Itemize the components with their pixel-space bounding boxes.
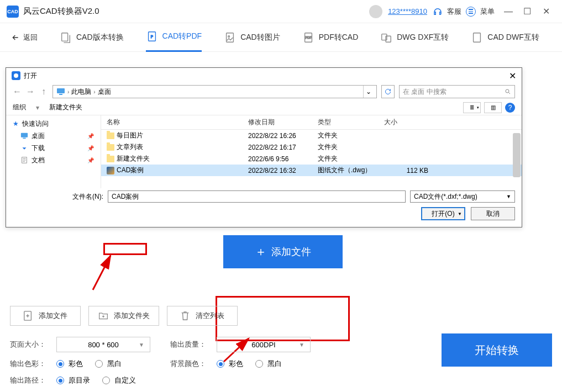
breadcrumb[interactable]: › 此电脑 › 桌面 ⌄	[52, 85, 377, 98]
file-header: 名称 修改日期 类型 大小	[101, 115, 522, 130]
scrollbar-thumb[interactable]	[513, 133, 521, 177]
clear-list-button[interactable]: 清空列表	[167, 306, 238, 326]
color-label: 输出色彩：	[10, 359, 50, 369]
tab-label: PDF转CAD	[319, 33, 359, 43]
add-folder-button[interactable]: 添加文件夹	[88, 306, 159, 326]
dialog-sidebar: ★ 快速访问 桌面📌 下载📌 文档📌	[6, 115, 101, 188]
sidebar-item-downloads[interactable]: 下载📌	[13, 142, 94, 154]
search-input[interactable]: 在 桌面 中搜索	[399, 85, 515, 98]
nav-up-button[interactable]: ↑	[39, 87, 48, 96]
dialog-app-icon	[12, 71, 20, 80]
svg-rect-15	[23, 138, 25, 139]
sidebar-item-documents[interactable]: 文档📌	[13, 154, 94, 166]
svg-rect-9	[474, 33, 481, 42]
file-row-selected[interactable]: CAD案例 2022/8/22 16:32 图纸文件（.dwg） 112 KB	[101, 165, 522, 176]
color-radio-bw[interactable]	[95, 360, 103, 368]
tab-cad-dwf[interactable]: CAD DWF互转	[471, 23, 539, 52]
plus-icon: ＋	[255, 243, 267, 260]
refresh-button[interactable]	[381, 85, 395, 98]
headset-icon	[433, 7, 443, 17]
nav-back-button[interactable]: ←	[13, 87, 22, 96]
nav-forward-button[interactable]: →	[26, 87, 35, 96]
col-name[interactable]: 名称	[107, 118, 248, 127]
col-type[interactable]: 类型	[318, 118, 384, 127]
sidebar-item-desktop[interactable]: 桌面📌	[13, 130, 94, 142]
color-radio-color[interactable]	[56, 360, 64, 368]
dwg-icon	[107, 167, 114, 174]
open-button[interactable]: 打开(O)▼	[421, 207, 465, 220]
crumb-loc1: 此电脑	[71, 87, 91, 97]
pdf-cad-icon: PDF	[302, 31, 314, 44]
bg-radio-color[interactable]	[217, 360, 224, 368]
path-radio-original[interactable]	[56, 377, 64, 384]
help-button[interactable]: ?	[505, 103, 515, 113]
file-row[interactable]: 文章列表 2022/8/22 16:17 文件夹	[101, 141, 522, 153]
dwg-dxf-icon	[380, 31, 392, 44]
dialog-titlebar: 打开 ✕	[6, 68, 522, 83]
refresh-icon	[385, 88, 391, 95]
tab-cad-version[interactable]: CAD版本转换	[60, 23, 124, 52]
menu-link[interactable]: 菜单	[480, 7, 495, 17]
col-size[interactable]: 大小	[384, 118, 434, 127]
svg-line-17	[93, 256, 111, 290]
filename-input[interactable]	[108, 190, 406, 203]
minimize-button[interactable]: —	[499, 2, 518, 21]
support-link[interactable]: 客服	[447, 7, 461, 17]
monitor-icon	[56, 88, 65, 96]
search-icon	[505, 88, 511, 95]
doc-swap-icon	[60, 31, 72, 44]
newfolder-button[interactable]: 新建文件夹	[49, 103, 82, 112]
tab-dwg-dxf[interactable]: DWG DXF互转	[380, 23, 449, 52]
tab-cad-pdf[interactable]: P CAD转PDF	[146, 23, 202, 52]
sidebar-quick-access[interactable]: ★ 快速访问	[13, 118, 94, 130]
back-label: 返回	[23, 33, 38, 43]
path-label: 输出路径：	[10, 375, 50, 385]
view-mode-button[interactable]: ≣▾	[463, 102, 481, 113]
cad-dwf-icon	[471, 31, 483, 44]
filetype-select[interactable]: CAD文件(*.dxf;*.dwg)▼	[410, 190, 515, 203]
bg-radio-bw[interactable]	[255, 360, 263, 368]
start-convert-button[interactable]: 开始转换	[442, 333, 552, 367]
organize-menu[interactable]: 组织	[13, 103, 26, 112]
add-file-button[interactable]: 添加文件	[10, 306, 81, 326]
page-size-select[interactable]: 800 * 600▼	[56, 337, 150, 352]
star-icon: ★	[13, 120, 19, 128]
col-date[interactable]: 修改日期	[248, 118, 318, 127]
back-arrow-icon	[11, 33, 20, 42]
close-button[interactable]: ✕	[537, 2, 555, 21]
crumb-dropdown-icon[interactable]: ⌄	[363, 86, 373, 98]
tab-cad-image[interactable]: CAD转图片	[224, 23, 280, 52]
app-title: 风云CAD转换器V2.0	[23, 6, 99, 17]
svg-point-4	[228, 35, 230, 37]
filename-label: 文件名(N):	[72, 192, 103, 202]
path-radio-custom[interactable]	[102, 377, 110, 384]
document-icon	[20, 156, 28, 164]
tab-label: CAD版本转换	[76, 33, 124, 43]
file-row[interactable]: 新建文件夹 2022/6/6 9:56 文件夹	[101, 153, 522, 165]
avatar-icon[interactable]	[369, 5, 382, 18]
user-link[interactable]: 123****8910	[388, 7, 427, 15]
add-file-big-button[interactable]: ＋ 添加文件	[223, 235, 343, 268]
preview-pane-button[interactable]: ▥	[484, 102, 502, 113]
settings-panel: 页面大小： 800 * 600▼ 输出质量： 600DPI▼ 输出色彩： 彩色 …	[10, 337, 364, 385]
svg-point-10	[14, 73, 18, 78]
hamburger-icon[interactable]	[466, 7, 476, 17]
pin-icon: 📌	[87, 157, 94, 163]
quality-select[interactable]: 600DPI▼	[217, 337, 311, 352]
folder-icon	[107, 133, 114, 139]
title-bar: CAD 风云CAD转换器V2.0 123****8910 客服 菜单 — ☐ ✕	[0, 0, 562, 23]
cancel-button[interactable]: 取消	[471, 207, 515, 220]
maximize-button[interactable]: ☐	[518, 2, 537, 21]
svg-rect-14	[21, 133, 28, 137]
dialog-close-button[interactable]: ✕	[509, 71, 516, 81]
doc-image-icon	[224, 31, 236, 44]
back-button[interactable]: 返回	[11, 33, 38, 43]
file-row[interactable]: 每日图片 2022/8/22 16:26 文件夹	[101, 130, 522, 141]
svg-text:P: P	[150, 35, 153, 39]
svg-rect-12	[59, 94, 62, 95]
svg-rect-11	[57, 88, 65, 93]
dialog-toolbar: 组织 ▾ 新建文件夹 ≣▾ ▥ ?	[6, 100, 522, 115]
tab-pdf-cad[interactable]: PDF PDF转CAD	[302, 23, 359, 52]
svg-rect-3	[227, 33, 234, 42]
file-list-area: 名称 修改日期 类型 大小 每日图片 2022/8/22 16:26 文件夹 文…	[101, 115, 522, 188]
